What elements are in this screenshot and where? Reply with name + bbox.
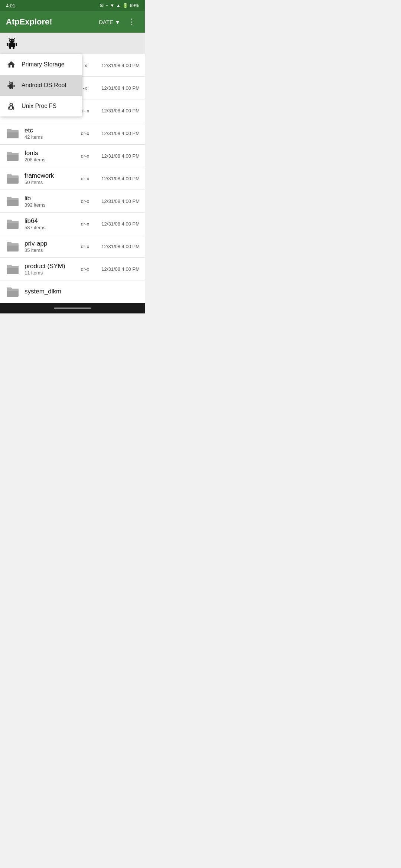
file-name: product (SYM) xyxy=(25,263,73,270)
status-icons: ✉ ~ ▼ ▲ 🔋 99% xyxy=(100,3,139,8)
linux-icon xyxy=(6,101,16,111)
file-item[interactable]: lib64 587 items dr-x 12/31/08 4:00 PM xyxy=(0,213,145,235)
svg-rect-8 xyxy=(9,47,11,49)
email-icon: ✉ xyxy=(100,3,104,8)
file-item[interactable]: etc 42 items dr-x 12/31/08 4:00 PM xyxy=(0,122,145,145)
svg-point-3 xyxy=(10,40,11,40)
file-info: etc 42 items xyxy=(25,127,73,140)
file-date: 12/31/08 4:00 PM xyxy=(97,176,140,181)
file-count: 392 items xyxy=(25,202,73,208)
file-perms: dr-x xyxy=(78,153,92,159)
svg-rect-15 xyxy=(9,85,13,88)
file-item[interactable]: lib 392 items dr-x 12/31/08 4:00 PM xyxy=(0,190,145,213)
file-perms: dr-x xyxy=(78,131,92,136)
dropdown-label-android-os-root: Android OS Root xyxy=(22,82,66,89)
dropdown-item-primary-storage[interactable]: Primary Storage xyxy=(0,54,82,75)
home-icon xyxy=(6,59,16,70)
svg-point-4 xyxy=(13,40,13,40)
file-date: 12/31/08 4:00 PM xyxy=(97,131,140,136)
navigation-dropdown: Primary Storage Android OS Root xyxy=(0,54,82,116)
android-robot-icon xyxy=(4,35,20,52)
file-count: 587 items xyxy=(25,225,73,230)
file-info: fonts 208 items xyxy=(25,149,73,162)
android-icon xyxy=(6,80,16,91)
file-name: fonts xyxy=(25,149,73,157)
svg-point-25 xyxy=(10,106,12,109)
file-info: lib64 587 items xyxy=(25,217,73,230)
signal-icon: ▲ xyxy=(116,3,121,8)
more-options-button[interactable]: ⋮ xyxy=(125,16,139,28)
file-count: 11 items xyxy=(25,270,73,276)
sort-button[interactable]: DATE ▼ xyxy=(99,19,120,25)
dropdown-label-unix-proc-fs: Unix Proc FS xyxy=(22,103,56,109)
file-date: 12/31/08 4:00 PM xyxy=(97,266,140,272)
svg-point-13 xyxy=(10,83,11,84)
file-name: priv-app xyxy=(25,240,73,247)
file-date: 12/31/08 4:00 PM xyxy=(97,108,140,114)
folder-icon xyxy=(5,216,20,231)
file-date: 12/31/08 4:00 PM xyxy=(97,198,140,204)
file-list: bin 0 items d--x 12/31/08 4:00 PM etc 42… xyxy=(0,99,145,303)
wifi-icon: ▼ xyxy=(110,3,114,8)
svg-point-14 xyxy=(12,83,12,84)
file-name: etc xyxy=(25,127,73,134)
file-item[interactable]: framework 50 items dr-x 12/31/08 4:00 PM xyxy=(0,167,145,190)
file-perms: dr-x xyxy=(78,176,92,181)
file-count: 208 items xyxy=(25,157,73,162)
file-count: 50 items xyxy=(25,180,73,185)
app-bar: AtpExplore! DATE ▼ ⋮ xyxy=(0,11,145,33)
battery-percent: 99% xyxy=(130,3,139,8)
svg-rect-17 xyxy=(14,85,15,87)
svg-rect-19 xyxy=(12,88,13,89)
file-item[interactable]: product (SYM) 11 items dr-x 12/31/08 4:0… xyxy=(0,258,145,280)
svg-rect-18 xyxy=(10,88,11,89)
file-name: lib xyxy=(25,195,73,202)
file-date: 12/31/08 4:00 PM xyxy=(97,63,140,68)
file-perms: dr-x xyxy=(78,244,92,249)
file-count: 35 items xyxy=(25,247,73,253)
folder-icon xyxy=(5,239,20,254)
sort-label: DATE xyxy=(99,19,113,25)
dropdown-label-primary-storage: Primary Storage xyxy=(22,61,65,68)
file-item[interactable]: priv-app 35 items dr-x 12/31/08 4:00 PM xyxy=(0,235,145,258)
dropdown-item-android-os-root[interactable]: Android OS Root xyxy=(0,75,82,96)
folder-icon xyxy=(5,126,20,141)
folder-icon xyxy=(5,148,20,163)
svg-point-23 xyxy=(12,104,12,104)
svg-rect-6 xyxy=(7,43,8,46)
status-time: 4:01 xyxy=(6,3,15,9)
file-perms: dr-x xyxy=(78,198,92,204)
file-item[interactable]: fonts 208 items dr-x 12/31/08 4:00 PM xyxy=(0,145,145,167)
notification-icon: ~ xyxy=(105,3,108,8)
app-title: AtpExplore! xyxy=(6,17,94,27)
folder-icon xyxy=(5,262,20,276)
file-date: 12/31/08 4:00 PM xyxy=(97,244,140,249)
file-name: system_dlkm xyxy=(25,288,73,295)
svg-point-2 xyxy=(9,39,14,43)
file-info: system_dlkm xyxy=(25,288,73,295)
svg-rect-16 xyxy=(8,85,9,87)
folder-icon xyxy=(5,194,20,208)
file-date: 12/31/08 4:00 PM xyxy=(97,221,140,227)
svg-rect-9 xyxy=(13,47,14,49)
file-info: priv-app 35 items xyxy=(25,240,73,253)
file-item[interactable]: system_dlkm xyxy=(0,280,145,303)
file-info: lib 392 items xyxy=(25,195,73,208)
file-info: framework 50 items xyxy=(25,172,73,185)
android-icon-row xyxy=(0,33,145,54)
svg-rect-7 xyxy=(16,43,17,46)
battery-icon: 🔋 xyxy=(123,3,128,8)
dropdown-item-unix-proc-fs[interactable]: Unix Proc FS xyxy=(0,96,82,116)
svg-point-12 xyxy=(9,82,13,85)
file-date: 12/31/08 4:00 PM xyxy=(97,153,140,159)
status-bar: 4:01 ✉ ~ ▼ ▲ 🔋 99% xyxy=(0,0,145,11)
svg-line-10 xyxy=(9,82,10,83)
svg-rect-5 xyxy=(9,43,15,47)
nav-bar xyxy=(0,303,145,313)
file-info: product (SYM) 11 items xyxy=(25,263,73,276)
file-name: framework xyxy=(25,172,73,180)
file-perms: dr-x xyxy=(78,266,92,272)
file-name: lib64 xyxy=(25,217,73,225)
file-perms: dr-x xyxy=(78,221,92,227)
folder-icon xyxy=(5,284,20,299)
